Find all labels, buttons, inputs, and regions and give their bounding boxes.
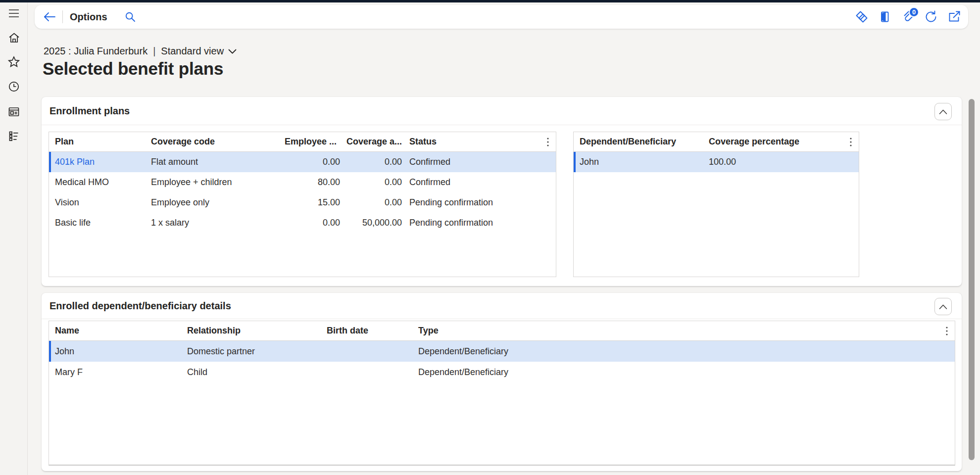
cell: 0.00 <box>341 197 403 208</box>
cell: Flat amount <box>145 157 279 167</box>
column-header-birth-date[interactable]: Birth date <box>321 326 412 336</box>
column-header-coverage-percentage[interactable]: Coverage percentage <box>703 137 859 147</box>
section-header: Enrolled dependent/beneficiary details <box>42 293 962 319</box>
divider <box>62 10 63 23</box>
options-button[interactable]: Options <box>70 11 107 23</box>
cell: 100.00 <box>703 157 859 167</box>
cell: Domestic partner <box>181 346 321 357</box>
cell: 50,000.00 <box>341 218 403 228</box>
table-row[interactable]: 401k Plan Flat amount 0.00 0.00 Confirme… <box>49 152 556 172</box>
plan-link[interactable]: 401k Plan <box>49 157 145 167</box>
collapse-section-button[interactable] <box>934 103 952 120</box>
chevron-up-icon <box>938 108 948 115</box>
chevron-down-icon <box>228 48 237 54</box>
grid-header-row: Name Relationship Birth date Type <box>49 321 955 341</box>
table-row[interactable]: Mary F Child Dependent/Beneficiary <box>49 362 955 382</box>
page-title: Selected benefit plans <box>43 56 223 82</box>
table-row[interactable]: Basic life 1 x salary 0.00 50,000.00 Pen… <box>49 213 556 233</box>
column-header-plan[interactable]: Plan <box>49 137 145 147</box>
attachments-paperclip-icon[interactable]: 0 <box>901 10 914 24</box>
back-arrow-icon[interactable] <box>43 11 56 22</box>
breadcrumb-record[interactable]: 2025 : Julia Funderburk <box>44 46 147 57</box>
cell: Child <box>181 367 321 378</box>
plan-link[interactable]: Medical HMO <box>49 177 145 188</box>
cell: 0.00 <box>279 157 341 167</box>
grid-options-kebab-icon[interactable] <box>849 137 852 147</box>
view-selector[interactable]: Standard view <box>161 46 237 57</box>
view-selector-label: Standard view <box>161 46 224 57</box>
sidebar-nav <box>0 2 28 475</box>
cell: 15.00 <box>279 197 341 208</box>
home-icon[interactable] <box>0 27 28 48</box>
office-apps-icon[interactable] <box>879 10 891 23</box>
favorites-star-icon[interactable] <box>0 51 28 73</box>
grid-options-kebab-icon[interactable] <box>945 326 948 336</box>
task-recorder-diamond-icon[interactable] <box>855 10 869 24</box>
cell: 0.00 <box>279 218 341 228</box>
workspaces-window-icon[interactable] <box>0 101 28 123</box>
column-header-type[interactable]: Type <box>412 326 955 336</box>
grid-header-row: Dependent/Beneficiary Coverage percentag… <box>574 132 859 152</box>
navbar-right-icons: 0 <box>855 10 961 24</box>
plan-link[interactable]: Vision <box>49 197 145 208</box>
column-header-name[interactable]: Name <box>49 326 181 336</box>
modules-list-icon[interactable] <box>0 125 28 147</box>
column-header-dependent-beneficiary[interactable]: Dependent/Beneficiary <box>574 137 703 147</box>
vertical-scrollbar[interactable] <box>969 99 975 460</box>
grid-header-row: Plan Coverage code Employee ... Coverage… <box>49 132 556 152</box>
cell: 0.00 <box>341 157 403 167</box>
table-row[interactable]: John Domestic partner Dependent/Benefici… <box>49 341 955 362</box>
plan-link[interactable]: Basic life <box>49 218 145 228</box>
recent-clock-icon[interactable] <box>0 76 28 97</box>
theme-top-strip <box>0 0 980 2</box>
grid-options-kebab-icon[interactable] <box>546 137 549 147</box>
chevron-up-icon <box>938 303 948 310</box>
column-header-coverage-amount[interactable]: Coverage a... <box>341 137 403 147</box>
cell: Employee + children <box>145 177 279 188</box>
column-header-status[interactable]: Status <box>403 137 556 147</box>
breadcrumb-separator: | <box>153 46 155 57</box>
cell: 1 x salary <box>145 218 279 228</box>
cell: John <box>574 157 703 167</box>
attachments-count-badge: 0 <box>909 7 919 17</box>
enrolled-details-grid: Name Relationship Birth date Type John D… <box>49 321 955 466</box>
navbar: Options 0 <box>35 5 968 29</box>
table-row[interactable]: Medical HMO Employee + children 80.00 0.… <box>49 172 556 192</box>
column-header-coverage-code[interactable]: Coverage code <box>145 137 279 147</box>
section-title: Enrollment plans <box>49 105 130 117</box>
section-enrollment-plans: Enrollment plans Plan Coverage code Empl… <box>42 97 962 286</box>
status-cell: Pending confirmation <box>403 218 556 228</box>
cell: Dependent/Beneficiary <box>412 367 955 378</box>
column-header-employee[interactable]: Employee ... <box>279 137 341 147</box>
section-enrolled-dependent-details: Enrolled dependent/beneficiary details N… <box>42 293 962 471</box>
cell: 0.00 <box>341 177 403 188</box>
section-title: Enrolled dependent/beneficiary details <box>49 300 231 312</box>
cell: 80.00 <box>279 177 341 188</box>
enrollment-plans-grid: Plan Coverage code Employee ... Coverage… <box>49 132 556 277</box>
status-cell: Confirmed <box>403 157 556 167</box>
column-header-relationship[interactable]: Relationship <box>181 326 321 336</box>
hamburger-menu-icon[interactable] <box>0 2 28 24</box>
section-header: Enrollment plans <box>42 97 962 125</box>
search-icon[interactable] <box>124 11 136 23</box>
table-row[interactable]: Vision Employee only 15.00 0.00 Pending … <box>49 192 556 213</box>
cell: Dependent/Beneficiary <box>412 346 955 357</box>
cell: Employee only <box>145 197 279 208</box>
open-in-new-window-icon[interactable] <box>948 11 961 23</box>
table-row[interactable]: John 100.00 <box>574 152 859 172</box>
status-cell: Confirmed <box>403 177 556 188</box>
cell: John <box>49 346 181 357</box>
cell: Mary F <box>49 367 181 378</box>
breadcrumb: 2025 : Julia Funderburk | Standard view <box>44 46 237 57</box>
dependent-beneficiary-grid: Dependent/Beneficiary Coverage percentag… <box>573 132 859 277</box>
collapse-section-button[interactable] <box>934 298 952 315</box>
status-cell: Pending confirmation <box>403 197 556 208</box>
refresh-icon[interactable] <box>924 10 938 24</box>
